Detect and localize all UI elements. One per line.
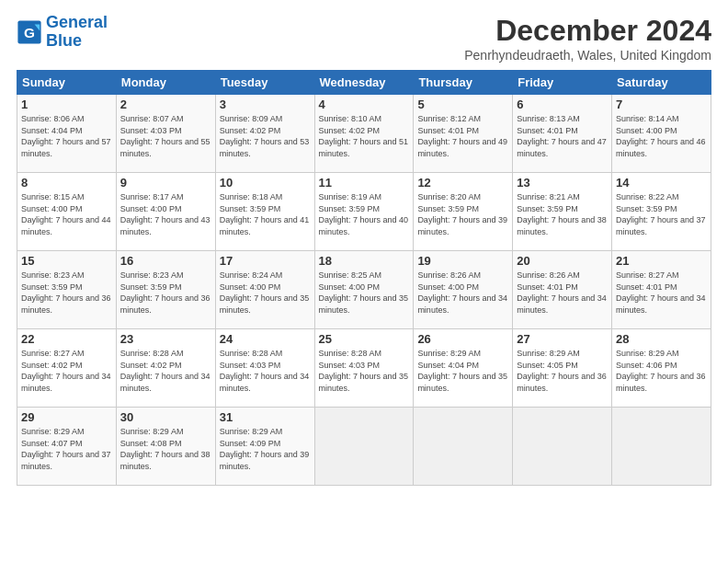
day-number: 9 — [120, 176, 211, 190]
day-info: Sunrise: 8:28 AM Sunset: 4:03 PM Dayligh… — [319, 348, 410, 394]
day-info: Sunrise: 8:22 AM Sunset: 3:59 PM Dayligh… — [616, 191, 707, 237]
day-cell: 3 Sunrise: 8:09 AM Sunset: 4:02 PM Dayli… — [215, 95, 314, 173]
day-cell: 9 Sunrise: 8:17 AM Sunset: 4:00 PM Dayli… — [116, 173, 215, 251]
day-number: 22 — [21, 332, 112, 346]
day-info: Sunrise: 8:29 AM Sunset: 4:05 PM Dayligh… — [517, 348, 608, 394]
day-info: Sunrise: 8:25 AM Sunset: 4:00 PM Dayligh… — [319, 270, 410, 316]
week-row-5: 29 Sunrise: 8:29 AM Sunset: 4:07 PM Dayl… — [17, 408, 711, 486]
header-row: Sunday Monday Tuesday Wednesday Thursday… — [17, 71, 711, 95]
day-info: Sunrise: 8:28 AM Sunset: 4:03 PM Dayligh… — [220, 348, 311, 394]
svg-text:G: G — [24, 24, 35, 40]
day-info: Sunrise: 8:29 AM Sunset: 4:08 PM Dayligh… — [120, 426, 211, 472]
day-cell: 29 Sunrise: 8:29 AM Sunset: 4:07 PM Dayl… — [17, 408, 117, 486]
day-number: 15 — [21, 254, 112, 268]
day-cell: 14 Sunrise: 8:22 AM Sunset: 3:59 PM Dayl… — [612, 173, 711, 251]
header: G General Blue December 2024 Penrhyndeud… — [17, 14, 711, 63]
day-number: 31 — [220, 410, 311, 424]
logo-icon: G — [17, 19, 42, 45]
day-info: Sunrise: 8:09 AM Sunset: 4:02 PM Dayligh… — [220, 113, 311, 159]
day-number: 30 — [120, 410, 211, 424]
day-info: Sunrise: 8:27 AM Sunset: 4:02 PM Dayligh… — [21, 348, 112, 394]
day-number: 3 — [220, 98, 311, 111]
day-number: 5 — [417, 98, 508, 111]
header-sunday: Sunday — [17, 71, 117, 95]
day-info: Sunrise: 8:18 AM Sunset: 3:59 PM Dayligh… — [220, 191, 311, 237]
day-cell: 10 Sunrise: 8:18 AM Sunset: 3:59 PM Dayl… — [215, 173, 314, 251]
day-info: Sunrise: 8:26 AM Sunset: 4:01 PM Dayligh… — [517, 270, 608, 316]
day-cell: 25 Sunrise: 8:28 AM Sunset: 4:03 PM Dayl… — [314, 329, 414, 408]
day-cell: 21 Sunrise: 8:27 AM Sunset: 4:01 PM Dayl… — [612, 251, 711, 329]
day-number: 13 — [517, 176, 608, 190]
header-tuesday: Tuesday — [215, 71, 314, 95]
day-info: Sunrise: 8:28 AM Sunset: 4:02 PM Dayligh… — [120, 348, 211, 394]
day-info: Sunrise: 8:29 AM Sunset: 4:09 PM Dayligh… — [220, 426, 311, 472]
day-info: Sunrise: 8:20 AM Sunset: 3:59 PM Dayligh… — [417, 191, 508, 237]
logo-text: General Blue — [46, 14, 108, 51]
day-cell — [314, 408, 414, 486]
day-cell: 6 Sunrise: 8:13 AM Sunset: 4:01 PM Dayli… — [513, 95, 612, 173]
title-block: December 2024 Penrhyndeudraeth, Wales, U… — [464, 14, 711, 63]
day-number: 6 — [517, 98, 608, 111]
header-monday: Monday — [116, 71, 215, 95]
day-number: 18 — [319, 254, 410, 268]
day-info: Sunrise: 8:29 AM Sunset: 4:07 PM Dayligh… — [21, 426, 112, 472]
day-number: 12 — [417, 176, 508, 190]
calendar-table: Sunday Monday Tuesday Wednesday Thursday… — [17, 70, 711, 486]
day-info: Sunrise: 8:12 AM Sunset: 4:01 PM Dayligh… — [417, 113, 508, 159]
day-cell: 19 Sunrise: 8:26 AM Sunset: 4:00 PM Dayl… — [414, 251, 513, 329]
day-cell: 5 Sunrise: 8:12 AM Sunset: 4:01 PM Dayli… — [414, 95, 513, 173]
day-cell — [612, 408, 711, 486]
day-info: Sunrise: 8:07 AM Sunset: 4:03 PM Dayligh… — [120, 113, 211, 159]
day-number: 26 — [417, 332, 508, 346]
day-number: 29 — [21, 410, 112, 424]
day-cell: 1 Sunrise: 8:06 AM Sunset: 4:04 PM Dayli… — [17, 95, 117, 173]
day-number: 19 — [417, 254, 508, 268]
day-info: Sunrise: 8:21 AM Sunset: 3:59 PM Dayligh… — [517, 191, 608, 237]
header-wednesday: Wednesday — [314, 71, 414, 95]
logo-line1: General — [46, 13, 108, 31]
day-number: 2 — [120, 98, 211, 111]
day-info: Sunrise: 8:23 AM Sunset: 3:59 PM Dayligh… — [120, 270, 211, 316]
day-number: 10 — [220, 176, 311, 190]
week-row-1: 1 Sunrise: 8:06 AM Sunset: 4:04 PM Dayli… — [17, 95, 711, 173]
day-cell: 8 Sunrise: 8:15 AM Sunset: 4:00 PM Dayli… — [17, 173, 117, 251]
day-cell: 28 Sunrise: 8:29 AM Sunset: 4:06 PM Dayl… — [612, 329, 711, 408]
day-cell: 24 Sunrise: 8:28 AM Sunset: 4:03 PM Dayl… — [215, 329, 314, 408]
day-cell: 31 Sunrise: 8:29 AM Sunset: 4:09 PM Dayl… — [215, 408, 314, 486]
week-row-3: 15 Sunrise: 8:23 AM Sunset: 3:59 PM Dayl… — [17, 251, 711, 329]
day-info: Sunrise: 8:17 AM Sunset: 4:00 PM Dayligh… — [120, 191, 211, 237]
day-number: 21 — [616, 254, 707, 268]
day-number: 16 — [120, 254, 211, 268]
day-info: Sunrise: 8:13 AM Sunset: 4:01 PM Dayligh… — [517, 113, 608, 159]
day-number: 4 — [319, 98, 410, 111]
day-info: Sunrise: 8:10 AM Sunset: 4:02 PM Dayligh… — [319, 113, 410, 159]
day-info: Sunrise: 8:29 AM Sunset: 4:06 PM Dayligh… — [616, 348, 707, 394]
day-cell: 7 Sunrise: 8:14 AM Sunset: 4:00 PM Dayli… — [612, 95, 711, 173]
day-cell — [513, 408, 612, 486]
header-saturday: Saturday — [612, 71, 711, 95]
day-cell: 18 Sunrise: 8:25 AM Sunset: 4:00 PM Dayl… — [314, 251, 414, 329]
day-cell: 15 Sunrise: 8:23 AM Sunset: 3:59 PM Dayl… — [17, 251, 117, 329]
calendar-title: December 2024 — [464, 14, 711, 48]
day-number: 11 — [319, 176, 410, 190]
day-number: 27 — [517, 332, 608, 346]
day-info: Sunrise: 8:29 AM Sunset: 4:04 PM Dayligh… — [417, 348, 508, 394]
day-info: Sunrise: 8:19 AM Sunset: 3:59 PM Dayligh… — [319, 191, 410, 237]
day-cell: 2 Sunrise: 8:07 AM Sunset: 4:03 PM Dayli… — [116, 95, 215, 173]
calendar-subtitle: Penrhyndeudraeth, Wales, United Kingdom — [464, 48, 711, 63]
day-number: 7 — [616, 98, 707, 111]
page: G General Blue December 2024 Penrhyndeud… — [0, 0, 728, 563]
day-info: Sunrise: 8:15 AM Sunset: 4:00 PM Dayligh… — [21, 191, 112, 237]
day-cell: 26 Sunrise: 8:29 AM Sunset: 4:04 PM Dayl… — [414, 329, 513, 408]
week-row-2: 8 Sunrise: 8:15 AM Sunset: 4:00 PM Dayli… — [17, 173, 711, 251]
day-cell: 11 Sunrise: 8:19 AM Sunset: 3:59 PM Dayl… — [314, 173, 414, 251]
day-cell: 12 Sunrise: 8:20 AM Sunset: 3:59 PM Dayl… — [414, 173, 513, 251]
day-info: Sunrise: 8:23 AM Sunset: 3:59 PM Dayligh… — [21, 270, 112, 316]
day-info: Sunrise: 8:27 AM Sunset: 4:01 PM Dayligh… — [616, 270, 707, 316]
day-number: 28 — [616, 332, 707, 346]
day-cell: 16 Sunrise: 8:23 AM Sunset: 3:59 PM Dayl… — [116, 251, 215, 329]
logo-line2: Blue — [46, 31, 82, 50]
day-cell: 17 Sunrise: 8:24 AM Sunset: 4:00 PM Dayl… — [215, 251, 314, 329]
day-number: 8 — [21, 176, 112, 190]
header-thursday: Thursday — [414, 71, 513, 95]
